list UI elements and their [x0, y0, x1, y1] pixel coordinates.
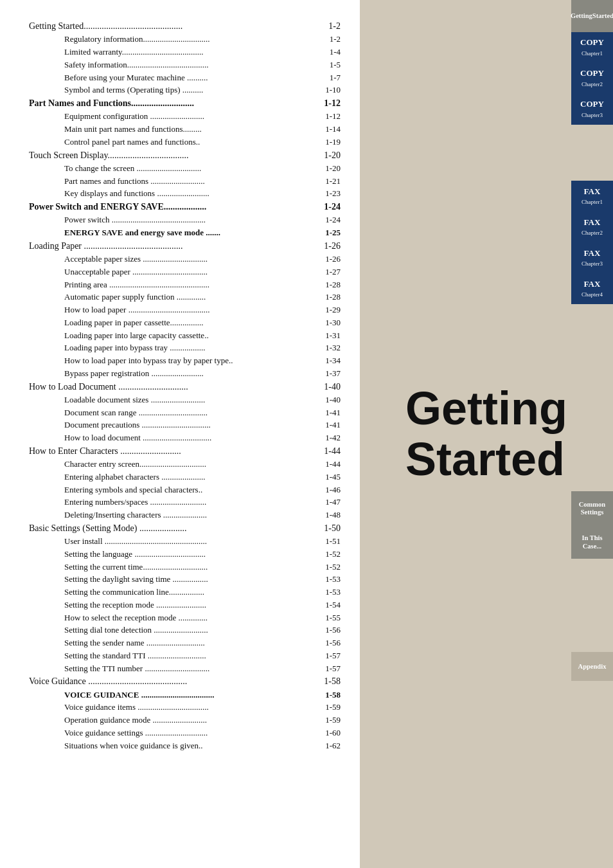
toc-row-18[interactable]: Acceptable paper sizes .................… [29, 253, 341, 266]
toc-row-44[interactable]: Setting the communication line..........… [29, 586, 341, 599]
toc-row-56[interactable]: Situations when voice guidance is given.… [29, 739, 341, 752]
toc-page-31: 1-41 [325, 419, 341, 431]
toc-page-49: 1-57 [325, 649, 341, 662]
toc-row-43[interactable]: Setting the daylight saving time .......… [29, 573, 341, 586]
toc-page-54: 1-59 [325, 714, 341, 727]
toc-page-35: 1-45 [325, 471, 341, 484]
toc-page-20: 1-28 [325, 278, 341, 291]
toc-row-25[interactable]: Loading paper into bypass tray .........… [29, 341, 341, 354]
toc-row-35[interactable]: Entering alphabet characters ...........… [29, 471, 341, 484]
toc-row-20[interactable]: Printing area ..........................… [29, 278, 341, 291]
toc-row-54[interactable]: Operation guidance mode ................… [29, 714, 341, 727]
toc-page-17: 1-26 [324, 239, 341, 253]
toc-row-29[interactable]: Loadable document sizes ................… [29, 393, 341, 406]
toc-row-46[interactable]: How to select the reception mode .......… [29, 611, 341, 624]
toc-row-31[interactable]: Document precautions ...................… [29, 419, 341, 431]
tab-getting-started[interactable]: Getting Started [571, 0, 613, 32]
toc-page-5: 1-10 [325, 84, 341, 96]
right-panel: Getting Started Getting Started COPYChap… [360, 0, 613, 868]
toc-row-13[interactable]: Key displays and functions .............… [29, 187, 341, 200]
toc-row-27[interactable]: Bypass paper registration ..............… [29, 367, 341, 380]
toc-page-48: 1-56 [325, 637, 341, 649]
toc-row-5[interactable]: Symbol and terms (Operating tips) ......… [29, 84, 341, 96]
tab-copy1[interactable]: COPYChapter1 [571, 32, 613, 63]
tab-fax3[interactable]: FAXChapter3 [571, 242, 613, 273]
tab-copy2[interactable]: COPYChapter2 [571, 63, 613, 94]
toc-row-12[interactable]: Part names and functions ...............… [29, 175, 341, 188]
toc-row-14[interactable]: Power Switch and ENERGY SAVE............… [29, 200, 341, 213]
tab-copy3[interactable]: COPYChapter3 [571, 94, 613, 125]
toc-row-53[interactable]: Voice guidance items ...................… [29, 701, 341, 714]
toc-row-32[interactable]: How to load document ...................… [29, 431, 341, 444]
tab-in-this-case[interactable]: In ThisCase... [571, 527, 613, 559]
tab-fax2[interactable]: FAXChapter2 [571, 212, 613, 242]
toc-text-30: Document scan range ....................… [64, 406, 323, 419]
toc-row-37[interactable]: Entering numbers/spaces ................… [29, 496, 341, 509]
toc-row-26[interactable]: How to load paper into bypass tray by pa… [29, 354, 341, 367]
toc-page-39: 1-50 [324, 521, 341, 535]
toc-text-49: Setting the standard TTI ...............… [64, 649, 323, 662]
toc-row-41[interactable]: Setting the language ...................… [29, 548, 341, 561]
toc-text-52: VOICE GUIDANCE .........................… [64, 689, 323, 701]
toc-row-40[interactable]: User install ...........................… [29, 535, 341, 548]
toc-page-25: 1-32 [325, 341, 341, 354]
toc-row-6[interactable]: Part Names and Functions................… [29, 96, 341, 110]
toc-row-28[interactable]: How to Load Document ...................… [29, 380, 341, 393]
toc-row-17[interactable]: Loading Paper ..........................… [29, 239, 341, 253]
toc-row-21[interactable]: Automatic paper supply function ........… [29, 291, 341, 303]
toc-row-16[interactable]: ENERGY SAVE and energy save mode .......… [29, 226, 341, 239]
toc-text-42: Setting the current time................… [64, 561, 323, 574]
toc-row-3[interactable]: Safety information......................… [29, 59, 341, 71]
toc-row-22[interactable]: How to load paper ......................… [29, 303, 341, 316]
toc-text-24: Loading paper into large capacity casset… [64, 329, 323, 342]
toc-text-40: User install ...........................… [64, 535, 323, 548]
toc-row-30[interactable]: Document scan range ....................… [29, 406, 341, 419]
tab-appendix[interactable]: Appendix [571, 652, 613, 681]
tab-bottom-spacer [571, 681, 613, 868]
tab-fax4[interactable]: FAXChapter4 [571, 273, 613, 304]
toc-row-55[interactable]: Voice guidance settings ................… [29, 727, 341, 739]
toc-row-15[interactable]: Power switch ...........................… [29, 213, 341, 226]
tab-label-getting-started-1: Getting [571, 12, 592, 21]
toc-row-24[interactable]: Loading paper into large capacity casset… [29, 329, 341, 342]
toc-page-19: 1-27 [325, 266, 341, 278]
toc-row-9[interactable]: Control panel part names and functions..… [29, 136, 341, 149]
toc-row-1[interactable]: Regulatory information..................… [29, 33, 341, 46]
toc-text-0: Getting Started.........................… [29, 19, 326, 33]
toc-row-38[interactable]: Deleting/Inserting characters ..........… [29, 509, 341, 521]
toc-row-4[interactable]: Before using your Muratec machine ......… [29, 71, 341, 84]
toc-row-42[interactable]: Setting the current time................… [29, 561, 341, 574]
toc-panel: Getting Started.........................… [0, 0, 360, 868]
toc-text-14: Power Switch and ENERGY SAVE............… [29, 200, 321, 213]
toc-row-11[interactable]: To change the screen ...................… [29, 162, 341, 175]
toc-row-34[interactable]: Character entry screen..................… [29, 458, 341, 471]
toc-row-51[interactable]: Voice Guidance .........................… [29, 674, 341, 688]
toc-row-19[interactable]: Unacceptable paper .....................… [29, 266, 341, 278]
toc-row-10[interactable]: Touch Screen Display....................… [29, 149, 341, 162]
toc-row-23[interactable]: Loading paper in paper cassette.........… [29, 316, 341, 329]
toc-row-47[interactable]: Setting dial tone detection ............… [29, 624, 341, 637]
tab-common-settings[interactable]: CommonSettings [571, 491, 613, 527]
tab-label-common-1: Common [579, 501, 605, 508]
toc-row-7[interactable]: Equipment configuration ................… [29, 110, 341, 123]
toc-row-45[interactable]: Setting the reception mode .............… [29, 599, 341, 611]
tab-label-copy3-2: Chapter3 [582, 112, 603, 118]
toc-text-56: Situations when voice guidance is given.… [64, 739, 323, 752]
toc-row-36[interactable]: Entering symbols and special characters.… [29, 484, 341, 496]
toc-row-39[interactable]: Basic Settings (Setting Mode) ..........… [29, 521, 341, 535]
toc-page-12: 1-21 [325, 175, 341, 188]
toc-row-48[interactable]: Setting the sender name ................… [29, 637, 341, 649]
toc-row-2[interactable]: Limited warranty........................… [29, 46, 341, 59]
toc-row-33[interactable]: How to Enter Characters ................… [29, 444, 341, 458]
toc-row-0[interactable]: Getting Started.........................… [29, 19, 341, 33]
toc-row-49[interactable]: Setting the standard TTI ...............… [29, 649, 341, 662]
toc-row-52[interactable]: VOICE GUIDANCE .........................… [29, 689, 341, 701]
toc-text-6: Part Names and Functions................… [29, 96, 321, 110]
toc-text-27: Bypass paper registration ..............… [64, 367, 323, 380]
toc-row-50[interactable]: Setting the TTI number .................… [29, 662, 341, 675]
tab-fax1[interactable]: FAXChapter1 [571, 181, 613, 212]
toc-page-6: 1-12 [324, 96, 341, 110]
toc-page-21: 1-28 [325, 291, 341, 303]
toc-row-8[interactable]: Main unit part names and functions......… [29, 123, 341, 136]
tab-label-fax1-2: Chapter1 [582, 199, 603, 205]
